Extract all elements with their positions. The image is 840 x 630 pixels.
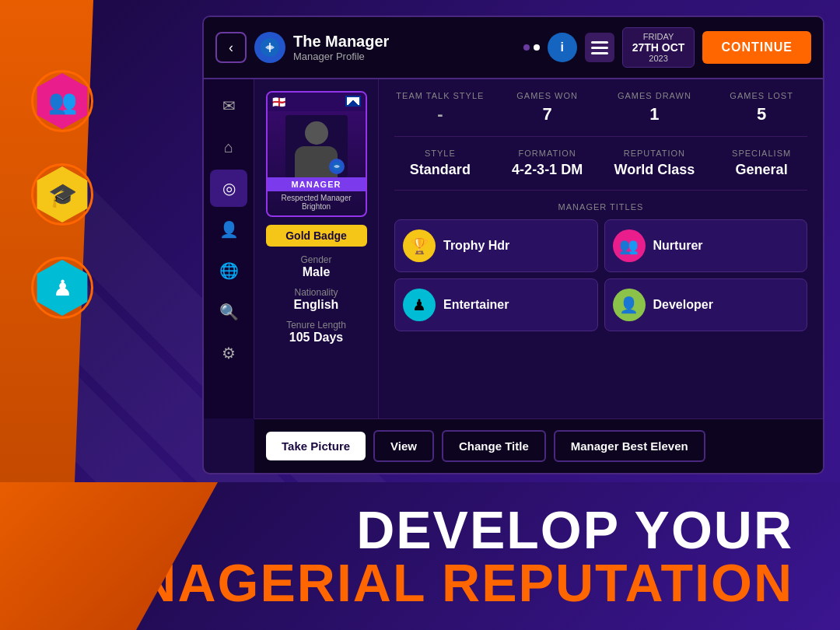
continue-button[interactable]: CONTINUE (702, 31, 811, 64)
action-bar: Take Picture View Change Title Manager B… (254, 418, 823, 473)
nav-profile[interactable]: ◎ (210, 170, 247, 207)
badge-pink: 👥 (23, 62, 101, 140)
tenure-label: Tenure Length (286, 320, 346, 331)
formation-stat: FORMATION 4-2-3-1 DM (502, 149, 593, 178)
games-lost-stat: GAMES LOST 5 (716, 91, 807, 124)
title-nurturer: 👥 Nurturer (604, 219, 808, 272)
nav-globe[interactable]: 🌐 (210, 252, 247, 289)
date-box: FRIDAY 27TH OCT 2023 (622, 27, 695, 68)
view-button[interactable]: View (373, 430, 434, 462)
take-picture-button[interactable]: Take Picture (266, 432, 366, 460)
date-year: 2023 (632, 54, 685, 63)
tenure-value: 105 Days (286, 331, 346, 345)
menu-line-1 (591, 41, 608, 44)
back-button[interactable]: ‹ (215, 32, 247, 63)
menu-button[interactable] (585, 33, 614, 62)
trophy-hdr-name: Trophy Hdr (443, 239, 509, 253)
gold-badge-button[interactable]: Gold Badge (266, 225, 367, 247)
card-top: 🏴󠁧󠁢󠁥󠁮󠁧󠁿 (268, 93, 366, 111)
games-drawn-stat: GAMES DRAWN 1 (609, 91, 701, 124)
specialism-stat: SPECIALISM General (716, 149, 807, 178)
games-drawn-value: 1 (609, 104, 701, 124)
date-full: 27TH OCT (632, 41, 685, 54)
style-value: Standard (394, 162, 486, 178)
dot-2 (534, 44, 540, 51)
manager-card-section: 🏴󠁧󠁢󠁥󠁮󠁧󠁿 (254, 79, 379, 418)
entertainer-icon: ♟ (403, 289, 436, 321)
style-stats-row: STYLE Standard FORMATION 4-2-3-1 DM REPU… (394, 149, 807, 191)
games-won-stat: GAMES WON 7 (502, 91, 593, 124)
developer-name: Developer (653, 298, 713, 312)
games-won-label: GAMES WON (502, 91, 593, 100)
games-lost-label: GAMES LOST (716, 91, 807, 100)
change-title-button[interactable]: Change Title (442, 430, 546, 462)
reputation-stat: REPUTATION World Class (609, 149, 701, 178)
card-avatar (285, 115, 348, 177)
info-button[interactable]: i (548, 33, 577, 62)
stats-section: TEAM TALK STYLE - GAMES WON 7 GAMES DRAW… (379, 79, 823, 418)
nav-person[interactable]: 👤 (210, 211, 247, 248)
title-trophy-hdr: 🏆 Trophy Hdr (394, 219, 598, 272)
nationality-section: Nationality English (294, 287, 339, 312)
team-talk-label: TEAM TALK STYLE (394, 91, 486, 100)
card-description: Respected Manager Brighton (268, 191, 366, 215)
badge-yellow: 🎓 (23, 156, 101, 233)
card-team-logo (329, 159, 345, 174)
nationality-value: English (294, 298, 339, 312)
trophy-hdr-icon: 🏆 (403, 229, 436, 262)
titles-section: MANAGER TITLES 🏆 Trophy Hdr 👥 Nurturer ♟… (394, 202, 807, 331)
manager-card: 🏴󠁧󠁢󠁥󠁮󠁧󠁿 (266, 91, 367, 217)
nav-mail[interactable]: ✉ (210, 87, 247, 124)
titles-grid: 🏆 Trophy Hdr 👥 Nurturer ♟ Entertainer 👤 … (394, 219, 807, 331)
specialism-label: SPECIALISM (716, 149, 807, 158)
gender-label: Gender (300, 254, 331, 265)
tenure-section: Tenure Length 105 Days (286, 320, 346, 345)
left-badge-icons: 👥 🎓 ♟ (23, 62, 101, 327)
gender-section: Gender Male (300, 254, 331, 279)
nurturer-icon: 👥 (613, 229, 646, 262)
title-entertainer: ♟ Entertainer (394, 278, 598, 331)
club-logo (254, 32, 285, 63)
manager-name: The Manager (293, 33, 516, 51)
style-label: STYLE (394, 149, 486, 158)
reputation-value: World Class (609, 162, 701, 178)
nurturer-name: Nurturer (653, 239, 703, 253)
style-stat: STYLE Standard (394, 149, 486, 178)
date-day: FRIDAY (632, 32, 685, 41)
reputation-label: REPUTATION (609, 149, 701, 158)
manager-best-eleven-button[interactable]: Manager Best Eleven (554, 430, 705, 462)
dots-indicator (523, 44, 540, 51)
menu-line-2 (591, 47, 608, 49)
nationality-label: Nationality (294, 287, 339, 298)
team-talk-value: - (394, 104, 486, 124)
games-drawn-label: GAMES DRAWN (609, 91, 701, 100)
badge-cyan: ♟ (23, 249, 101, 327)
card-role-label: MANAGER (268, 177, 366, 191)
manager-title-section: The Manager Manager Profile (293, 33, 516, 62)
nav-home[interactable]: ⌂ (210, 128, 247, 166)
gender-value: Male (300, 265, 331, 279)
manager-subtitle: Manager Profile (293, 51, 516, 62)
formation-value: 4-2-3-1 DM (502, 162, 593, 178)
game-stats-row: TEAM TALK STYLE - GAMES WON 7 GAMES DRAW… (394, 91, 807, 137)
titles-section-label: MANAGER TITLES (394, 202, 807, 212)
formation-label: FORMATION (502, 149, 593, 158)
nav-settings[interactable]: ⚙ (210, 334, 247, 372)
promo-section: DEVELOP YOUR MANAGERIAL REPUTATION (0, 482, 840, 630)
panel-content: 🏴󠁧󠁢󠁥󠁮󠁧󠁿 (254, 79, 823, 418)
flag-england: 🏴󠁧󠁢󠁥󠁮󠁧󠁿 (272, 96, 285, 108)
title-developer: 👤 Developer (604, 278, 808, 331)
entertainer-name: Entertainer (443, 298, 509, 312)
nav-search[interactable]: 🔍 (210, 293, 247, 331)
dot-1 (523, 44, 530, 51)
developer-icon: 👤 (613, 289, 646, 321)
game-panel: ‹ The Manager Manager Profile i FRIDAY 2… (202, 16, 824, 474)
games-lost-value: 5 (716, 104, 807, 124)
menu-line-3 (591, 52, 608, 54)
team-talk-stat: TEAM TALK STYLE - (394, 91, 486, 124)
specialism-value: General (716, 162, 807, 178)
games-won-value: 7 (502, 104, 593, 124)
side-nav: ✉ ⌂ ◎ 👤 🌐 🔍 ⚙ (204, 79, 254, 418)
panel-header: ‹ The Manager Manager Profile i FRIDAY 2… (204, 17, 823, 79)
